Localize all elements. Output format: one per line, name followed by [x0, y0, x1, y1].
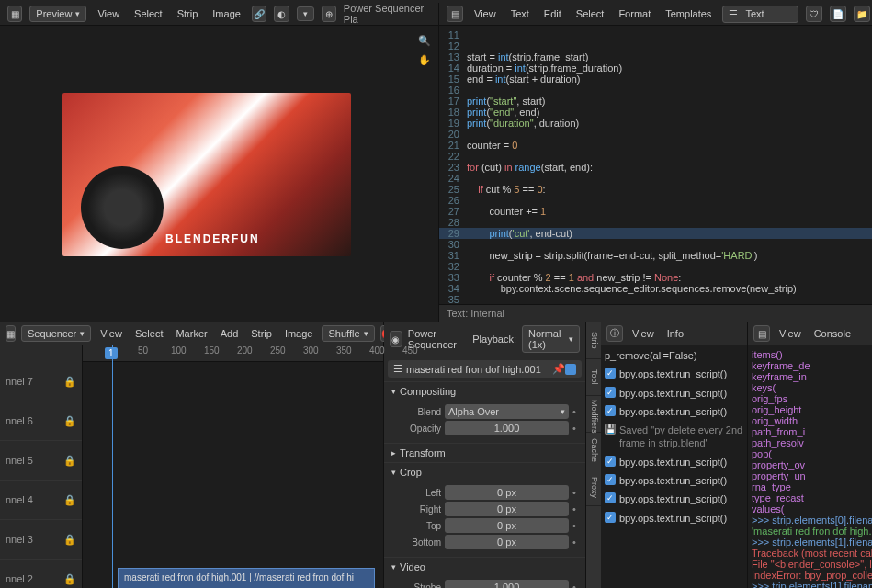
magnify-icon[interactable]: 🔍 [418, 35, 431, 47]
menu-view[interactable]: View [94, 6, 123, 21]
shield-icon[interactable]: 🛡 [806, 6, 822, 22]
overlay-icon[interactable]: ◐ [274, 6, 289, 22]
channel-dropdown[interactable]: ▾ [297, 6, 314, 21]
menu-format[interactable]: Format [615, 6, 654, 21]
check-icon: ✓ [605, 368, 616, 379]
channel-3[interactable]: nnel 3 🔒 [0, 520, 82, 560]
crop-left-label: Left [391, 488, 441, 498]
check-icon: ✓ [605, 512, 616, 523]
opacity-label: Opacity [391, 424, 441, 434]
watermark: BLENDERFUN [165, 232, 260, 245]
crop-top-label: Top [391, 521, 441, 531]
top-header: ▦ Preview ▾ View Select Strip Image 🔗 ◐ … [0, 3, 872, 26]
crop-right-label: Right [391, 504, 441, 514]
preview-frame: BLENDERFUN [62, 93, 351, 256]
check-icon: ✓ [605, 492, 616, 503]
text-editor-area: 111213start = int(strip.frame_start)14du… [439, 26, 872, 322]
text-status: Text: Internal [439, 304, 872, 322]
video-panel[interactable]: ▾Video [384, 558, 585, 576]
seq-menu-view[interactable]: View [96, 326, 126, 341]
side-tabs: Strip Tool Modifiers Cache Proxy [586, 322, 601, 588]
timeline[interactable]: 50100150200250300350400450 1 maserati re… [83, 345, 383, 588]
info-view[interactable]: View [629, 326, 658, 341]
video-strip[interactable]: maserati red fron dof high.001 | //maser… [118, 568, 375, 588]
vtab-proxy[interactable]: Proxy [586, 469, 601, 506]
vtab-cache[interactable]: Cache [586, 433, 601, 469]
channel-6[interactable]: nnel 6 🔒 [0, 401, 82, 441]
channel-list: nnel 7 🔒 nnel 6 🔒 nnel 5 🔒 nnel 4 🔒 nnel… [0, 345, 83, 588]
crop-bottom[interactable]: 0 px [445, 535, 569, 549]
console-console[interactable]: Console [810, 326, 855, 341]
blend-dropdown[interactable]: Alpha Over▾ [445, 404, 569, 419]
vtab-tool[interactable]: Tool [586, 359, 601, 396]
playhead-frame[interactable]: 1 [105, 347, 118, 359]
seq-menu-strip[interactable]: Strip [247, 326, 276, 341]
keyframe-icon[interactable]: 📌 [552, 363, 565, 375]
info-editor-icon[interactable]: ⓘ [606, 325, 623, 342]
menu-select-r[interactable]: Select [572, 6, 608, 21]
vtab-modifiers[interactable]: Modifiers [586, 396, 601, 433]
menu-strip[interactable]: Strip [174, 6, 202, 21]
shuffle-dropdown[interactable]: Shuffle ▾ [322, 325, 374, 342]
code-area[interactable]: 111213start = int(strip.frame_start)14du… [439, 26, 872, 304]
opacity-field[interactable]: 1.000 [445, 421, 569, 435]
channel-4[interactable]: nnel 4 🔒 [0, 481, 82, 520]
strobe-field[interactable]: 1.000 [445, 580, 569, 588]
info-info[interactable]: Info [663, 326, 687, 341]
props-editor-icon[interactable]: ◉ [390, 331, 402, 347]
menu-edit[interactable]: Edit [540, 6, 565, 21]
check-icon: ✓ [605, 474, 616, 485]
menu-templates[interactable]: Templates [662, 6, 715, 21]
channel-5[interactable]: nnel 5 🔒 [0, 441, 82, 481]
gizmo-icon[interactable]: ⊕ [322, 6, 336, 22]
sequencer-editor-icon[interactable]: ▦ [6, 325, 16, 342]
check-icon: ✓ [605, 456, 616, 467]
check-icon: ✓ [605, 405, 616, 416]
python-console[interactable]: items()keyframe_dekeyframe_inkeys(orig_f… [748, 345, 872, 588]
compositing-panel[interactable]: ▾Compositing [384, 382, 585, 401]
transform-panel[interactable]: ▸Transform [384, 444, 585, 462]
strip-name-field[interactable]: ☰maserati red fron dof high.001 📌 [388, 360, 582, 378]
preview-viewport[interactable]: 🔍 ✋ BLENDERFUN [0, 26, 439, 322]
crop-panel[interactable]: ▾Crop [384, 463, 585, 481]
crop-right[interactable]: 0 px [445, 502, 569, 516]
preview-mode-dropdown[interactable]: Preview ▾ [29, 6, 86, 22]
vtab-strip[interactable]: Strip [586, 322, 601, 359]
check-icon: ✓ [605, 387, 616, 398]
text-datablock[interactable]: ☰ Text [722, 6, 798, 23]
crop-top[interactable]: 0 px [445, 518, 569, 533]
seq-menu-image[interactable]: Image [281, 326, 317, 341]
new-text-icon[interactable]: 📄 [830, 6, 846, 22]
channel-7[interactable]: nnel 7 🔒 [0, 362, 82, 401]
text-editor-icon[interactable]: ▤ [447, 6, 463, 22]
menu-image[interactable]: Image [209, 6, 244, 21]
seq-menu-select[interactable]: Select [131, 326, 167, 341]
sequencer-mode[interactable]: Sequencer ▾ [21, 325, 91, 342]
crop-left[interactable]: 0 px [445, 485, 569, 500]
console-editor-icon[interactable]: ▤ [753, 325, 770, 342]
strip-toggle[interactable] [565, 364, 576, 375]
strobe-label: Strobe [391, 582, 441, 589]
playback-speed[interactable]: Normal (1x) ▾ [522, 325, 580, 353]
info-log[interactable]: p_remove(all=False) ✓bpy.ops.text.run_sc… [601, 345, 747, 588]
menu-text[interactable]: Text [507, 6, 533, 21]
save-icon: 💾 [605, 424, 616, 435]
hand-icon[interactable]: ✋ [418, 54, 431, 66]
seq-menu-add[interactable]: Add [217, 326, 243, 341]
blend-label: Blend [391, 407, 441, 417]
editor-type-icon[interactable]: ▦ [7, 6, 22, 22]
channel-2[interactable]: nnel 2 🔒 [0, 560, 82, 588]
menu-view-r[interactable]: View [470, 6, 500, 21]
open-text-icon[interactable]: 📁 [854, 6, 870, 22]
crop-bottom-label: Bottom [391, 537, 441, 548]
timeline-ruler[interactable]: 50100150200250300350400450 [83, 345, 383, 362]
sequencer-addon: Power Sequencer Pla [344, 3, 431, 25]
link-icon[interactable]: 🔗 [252, 6, 266, 22]
playback-label: Playback: [472, 334, 516, 345]
menu-select[interactable]: Select [130, 6, 166, 21]
playhead[interactable] [112, 345, 113, 588]
console-view[interactable]: View [776, 326, 805, 341]
seq-menu-marker[interactable]: Marker [172, 326, 210, 341]
